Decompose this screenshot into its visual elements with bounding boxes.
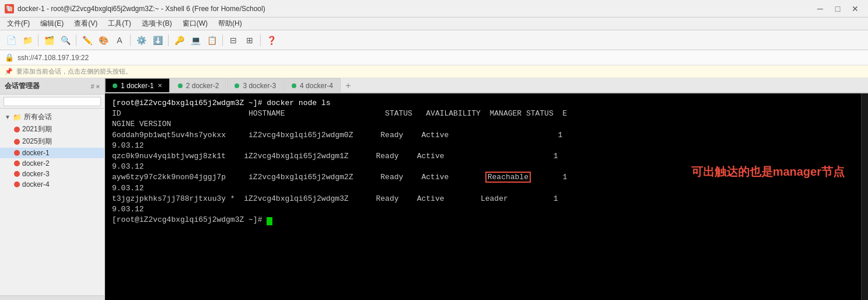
maximize-button[interactable]: □ bbox=[830, 3, 846, 15]
tab-close-1[interactable]: ✕ bbox=[158, 82, 162, 89]
app-icon: 🐚 bbox=[5, 4, 14, 13]
docker2-label: docker-2 bbox=[22, 159, 50, 168]
status-dot-docker3 bbox=[14, 171, 20, 177]
sidebar-header: 会话管理器 # × bbox=[0, 78, 104, 95]
title-bar: 🐚 docker-1 - root@iZ2vcg4bxglqi65j2wdgm3… bbox=[0, 0, 868, 18]
address-bar: 🔒 ssh://47.108.197.19:22 bbox=[0, 50, 868, 65]
status-dot-2025 bbox=[14, 139, 20, 145]
toolbar-separator-5 bbox=[222, 34, 223, 46]
tab-bar: 1 docker-1 ✕ 2 docker-2 3 docker-3 4 doc… bbox=[105, 78, 868, 93]
sidebar-tree: ▼ 📁 所有会话 2021到期 2025到期 docker-1 bbox=[0, 109, 104, 295]
session-manager-button[interactable]: 🗂️ bbox=[41, 33, 57, 48]
window-title: docker-1 - root@iZ2vcg4bxglqi65j2wdgm3Z:… bbox=[18, 5, 812, 13]
toolbar-separator-4 bbox=[168, 34, 169, 46]
hint-text: 要添加当前会话，点击左侧的箭头按钮。 bbox=[16, 67, 132, 76]
minimize-button[interactable]: ─ bbox=[812, 3, 828, 15]
color-button[interactable]: 🎨 bbox=[96, 33, 111, 48]
status-dot-docker2 bbox=[14, 161, 20, 166]
all-sessions-label: 所有会话 bbox=[24, 112, 52, 122]
toolbar: 📄 📁 🗂️ 🔍 ✏️ 🎨 A ⚙️ ⬇️ 🔑 💻 📋 ⊟ ⊞ ❓ bbox=[0, 30, 868, 50]
pin-icon: 📌 bbox=[5, 68, 13, 75]
tab-dot-1 bbox=[113, 83, 117, 88]
tab-docker-4[interactable]: 4 docker-4 bbox=[284, 78, 341, 92]
tab-label-3: 3 docker-3 bbox=[243, 82, 276, 90]
tab-docker-3[interactable]: 3 docker-3 bbox=[227, 78, 284, 92]
close-button[interactable]: ✕ bbox=[847, 3, 863, 15]
menu-edit[interactable]: 编辑(E) bbox=[36, 18, 68, 30]
reachable-status: Reachable bbox=[485, 172, 531, 183]
terminal-output: [root@iZ2vcg4bxglqi65j2wdgm3Z ~]# docker… bbox=[112, 98, 854, 225]
sidebar-item-docker-3[interactable]: docker-3 bbox=[0, 169, 104, 179]
2021-label: 2021到期 bbox=[22, 124, 52, 134]
open-button[interactable]: 📁 bbox=[20, 33, 35, 48]
sidebar-title: 会话管理器 bbox=[5, 81, 40, 91]
search-button[interactable]: 🔍 bbox=[58, 33, 73, 48]
tab-label-2: 2 docker-2 bbox=[186, 82, 219, 90]
docker3-label: docker-3 bbox=[22, 170, 50, 178]
folder-icon: 📁 bbox=[13, 113, 22, 121]
menu-help[interactable]: 帮助(H) bbox=[214, 18, 247, 30]
terminal-content[interactable]: [root@iZ2vcg4bxglqi65j2wdgm3Z ~]# docker… bbox=[105, 93, 861, 300]
menu-tools[interactable]: 工具(T) bbox=[103, 18, 135, 30]
menu-tabs[interactable]: 选项卡(B) bbox=[137, 18, 177, 30]
tab-label-4: 4 docker-4 bbox=[300, 82, 333, 90]
sidebar-item-all-sessions[interactable]: ▼ 📁 所有会话 bbox=[0, 111, 104, 123]
terminal-scrollbar[interactable] bbox=[861, 93, 868, 300]
tab-docker-1[interactable]: 1 docker-1 ✕ bbox=[105, 78, 170, 92]
tab-dot-4 bbox=[292, 83, 296, 88]
menu-bar: 文件(F) 编辑(E) 查看(V) 工具(T) 选项卡(B) 窗口(W) 帮助(… bbox=[0, 18, 868, 30]
terminal-body: [root@iZ2vcg4bxglqi65j2wdgm3Z ~]# docker… bbox=[105, 93, 868, 300]
menu-view[interactable]: 查看(V) bbox=[69, 18, 102, 30]
tab-docker-2[interactable]: 2 docker-2 bbox=[170, 78, 227, 92]
sidebar-item-2021[interactable]: 2021到期 bbox=[0, 123, 104, 135]
font-button[interactable]: A bbox=[112, 33, 127, 48]
key-button[interactable]: 🔑 bbox=[172, 33, 187, 48]
menu-file[interactable]: 文件(F) bbox=[2, 18, 34, 30]
terminal-button[interactable]: 💻 bbox=[188, 33, 203, 48]
tab-dot-2 bbox=[178, 83, 183, 88]
status-dot-docker1 bbox=[14, 150, 20, 156]
sidebar-pin[interactable]: # × bbox=[90, 83, 100, 90]
download-button[interactable]: ⬇️ bbox=[150, 33, 165, 48]
help-button[interactable]: ❓ bbox=[264, 33, 279, 48]
2025-label: 2025到期 bbox=[22, 137, 52, 146]
tab-dot-3 bbox=[235, 83, 239, 88]
docker4-label: docker-4 bbox=[22, 180, 50, 189]
hint-bar: 📌 要添加当前会话，点击左侧的箭头按钮。 bbox=[0, 65, 868, 78]
toolbar-separator-6 bbox=[260, 34, 261, 46]
sidebar-item-docker-4[interactable]: docker-4 bbox=[0, 179, 104, 190]
sidebar-search-area bbox=[0, 95, 104, 109]
window-controls: ─ □ ✕ bbox=[812, 3, 863, 15]
sidebar-item-docker-1[interactable]: docker-1 bbox=[0, 148, 104, 158]
log-button[interactable]: 📋 bbox=[204, 33, 219, 48]
status-dot-2021 bbox=[14, 127, 20, 132]
terminal-wrapper: 1 docker-1 ✕ 2 docker-2 3 docker-3 4 doc… bbox=[105, 78, 868, 300]
address-text: ssh://47.108.197.19:22 bbox=[18, 54, 89, 62]
menu-window[interactable]: 窗口(W) bbox=[178, 18, 212, 30]
sidebar-search-input[interactable] bbox=[4, 97, 101, 106]
tab-label-1: 1 docker-1 bbox=[121, 82, 154, 90]
new-tab-button[interactable]: + bbox=[341, 79, 355, 92]
split-v-button[interactable]: ⊞ bbox=[242, 33, 257, 48]
split-h-button[interactable]: ⊟ bbox=[226, 33, 241, 48]
lock-icon: 🔒 bbox=[5, 53, 14, 62]
compose-button[interactable]: ✏️ bbox=[79, 33, 94, 48]
docker1-label: docker-1 bbox=[22, 149, 50, 157]
new-session-button[interactable]: 📄 bbox=[4, 33, 19, 48]
sidebar-item-2025[interactable]: 2025到期 bbox=[0, 135, 104, 148]
status-dot-docker4 bbox=[14, 182, 20, 187]
sidebar-bottom bbox=[0, 295, 104, 300]
sidebar: 会话管理器 # × ▼ 📁 所有会话 2021到期 2025到期 bbox=[0, 78, 105, 300]
main-area: 会话管理器 # × ▼ 📁 所有会话 2021到期 2025到期 bbox=[0, 78, 868, 300]
toolbar-separator-3 bbox=[130, 34, 131, 46]
toolbar-separator-2 bbox=[76, 34, 76, 46]
sidebar-item-docker-2[interactable]: docker-2 bbox=[0, 158, 104, 169]
expand-icon: ▼ bbox=[5, 114, 10, 120]
toolbar-separator-1 bbox=[38, 34, 38, 46]
transfer-button[interactable]: ⚙️ bbox=[134, 33, 149, 48]
